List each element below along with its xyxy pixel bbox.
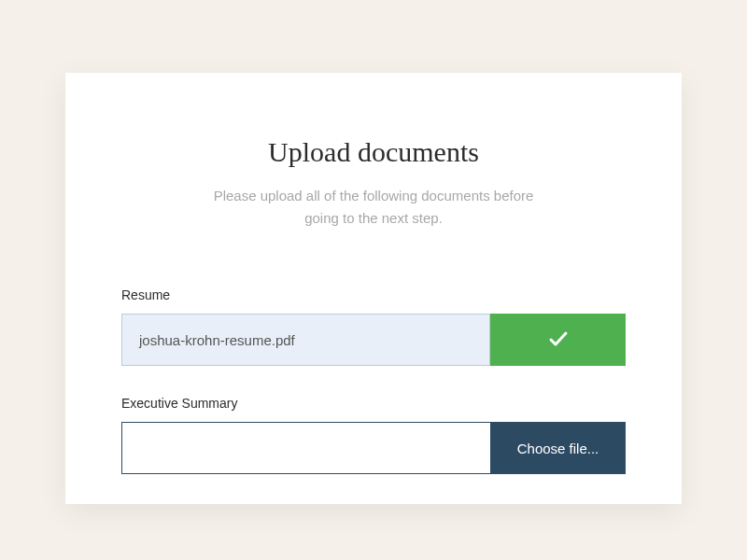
check-icon — [547, 328, 570, 353]
file-row-executive-summary: Choose file... — [121, 422, 626, 474]
upload-card: Upload documents Please upload all of th… — [65, 73, 682, 504]
file-input-executive-summary[interactable] — [121, 422, 490, 474]
field-label-resume: Resume — [121, 287, 626, 302]
field-label-executive-summary: Executive Summary — [121, 396, 626, 411]
choose-file-button[interactable]: Choose file... — [490, 422, 626, 474]
choose-file-label: Choose file... — [517, 441, 599, 456]
page-subtitle: Please upload all of the following docum… — [205, 185, 542, 230]
upload-success-button[interactable] — [490, 314, 626, 366]
field-executive-summary: Executive Summary Choose file... — [121, 396, 626, 474]
page-title: Upload documents — [121, 136, 626, 168]
file-input-resume[interactable]: joshua-krohn-resume.pdf — [121, 314, 490, 366]
field-resume: Resume joshua-krohn-resume.pdf — [121, 287, 626, 366]
filename-resume: joshua-krohn-resume.pdf — [139, 332, 295, 348]
file-row-resume: joshua-krohn-resume.pdf — [121, 314, 626, 366]
